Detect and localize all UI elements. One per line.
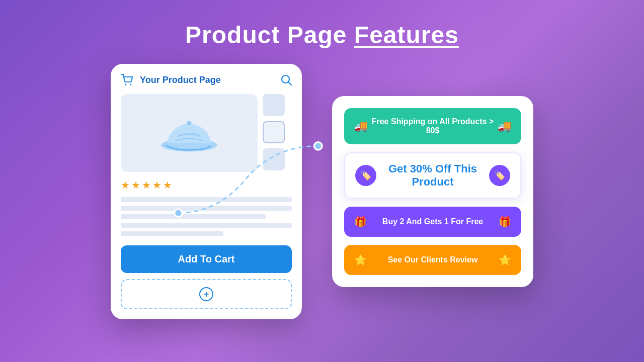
percent-icon-left: 🏷️ (360, 170, 371, 181)
product-thumbnails (263, 94, 285, 172)
star-icon-right: ⭐ (499, 254, 511, 266)
product-image-area (121, 94, 292, 172)
star-2: ★ (131, 179, 140, 191)
product-page-label: Your Product Page (140, 75, 221, 85)
svg-point-0 (125, 84, 127, 85)
star-icon-left: ⭐ (354, 254, 367, 266)
search-icon (281, 74, 292, 85)
star-rating: ★ ★ ★ ★ ★ (121, 179, 292, 191)
star-5: ★ (163, 179, 172, 191)
product-description-lines (121, 197, 292, 236)
shipping-banner[interactable]: 🚚 Free Shipping on All Products > 80$ 🚚 (344, 108, 521, 144)
text-line-1 (121, 197, 292, 202)
discount-text: Get 30% Off This Product (376, 162, 489, 189)
discount-banner[interactable]: 🏷️ Get 30% Off This Product 🏷️ (344, 152, 521, 199)
text-line-4 (121, 223, 292, 228)
plus-circle-icon: + (199, 287, 213, 301)
review-banner[interactable]: ⭐ See Our Clients Review ⭐ (344, 245, 521, 275)
text-line-5 (121, 231, 223, 236)
features-panel: 🚚 Free Shipping on All Products > 80$ 🚚 … (332, 96, 533, 287)
text-line-3 (121, 214, 266, 219)
star-3: ★ (142, 179, 151, 191)
svg-point-7 (314, 142, 322, 150)
discount-badge-right: 🏷️ (489, 165, 510, 186)
review-text: See Our Clients Review (367, 255, 499, 264)
product-card-header: Your Product Page (121, 74, 292, 86)
buy2-banner[interactable]: 🎁 Buy 2 And Gets 1 For Free 🎁 (344, 207, 521, 237)
svg-point-1 (130, 84, 132, 85)
page-title: Product Page Features (185, 21, 459, 49)
dashed-add-button[interactable]: + (121, 279, 292, 309)
gift-icon-right: 🎁 (499, 216, 511, 228)
shipping-text: Free Shipping on All Products > 80$ (368, 117, 498, 135)
thumbnail-2[interactable] (263, 121, 285, 143)
discount-badge-left: 🏷️ (355, 165, 376, 186)
add-to-cart-button[interactable]: Add To Cart (121, 245, 292, 273)
svg-line-3 (289, 82, 292, 85)
cart-icon (121, 74, 135, 86)
text-line-2 (121, 206, 292, 211)
truck-icon-right: 🚚 (498, 120, 511, 133)
thumbnail-3[interactable] (263, 148, 285, 170)
buy2-text: Buy 2 And Gets 1 For Free (367, 217, 499, 226)
thumbnail-1[interactable] (263, 94, 285, 116)
svg-point-5 (187, 121, 192, 125)
product-card: Your Product Page (111, 64, 302, 319)
gift-icon-left: 🎁 (354, 216, 367, 228)
star-4: ★ (152, 179, 162, 191)
product-hat-illustration (159, 111, 219, 156)
plus-label: + (204, 289, 209, 300)
percent-icon-right: 🏷️ (494, 170, 505, 181)
main-product-image (121, 94, 258, 172)
star-1: ★ (121, 179, 130, 191)
truck-icon-left: 🚚 (354, 120, 368, 133)
main-content: Your Product Page (0, 64, 644, 319)
title-part1: Product Page (185, 22, 354, 48)
header-left: Your Product Page (121, 74, 221, 86)
title-part2: Features (354, 22, 459, 48)
